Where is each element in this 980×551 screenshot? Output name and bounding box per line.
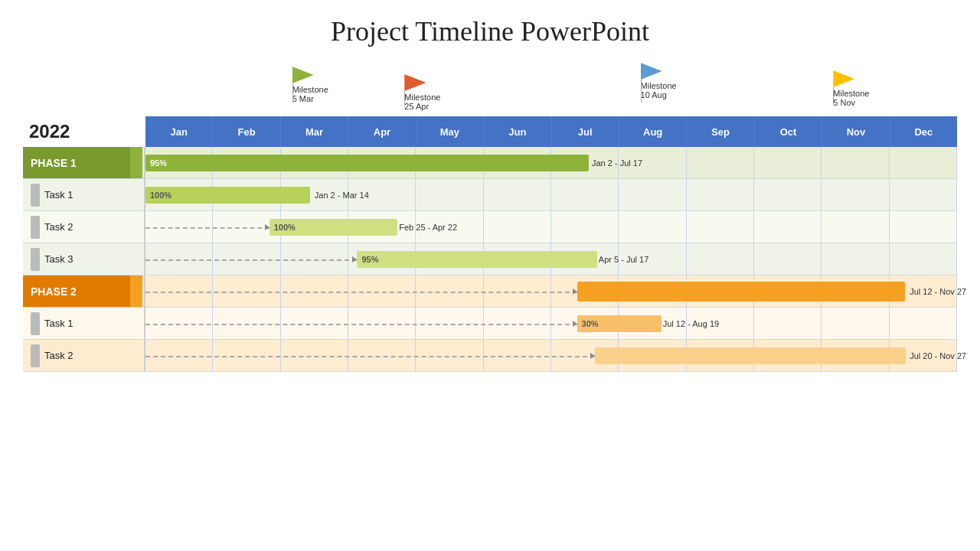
phase2-bar [577, 282, 905, 302]
month-apr: Apr [348, 116, 416, 147]
page-title: Project Timeline PowerPoint [23, 15, 957, 47]
phase1-grid: 95% Jan 2 - Jul 17 [145, 147, 957, 178]
milestone-4: Milestone5 Nov [833, 70, 869, 107]
gc [484, 179, 551, 210]
task1-2-grid: 100% Feb 25 - Apr 22 [145, 211, 957, 243]
month-may: May [416, 116, 484, 147]
phase2-row: PHASE 2 Jul 12 - Nov 27 [23, 276, 957, 308]
phase2-dashed [145, 292, 577, 293]
task2-1-dashed [145, 324, 577, 325]
gc [619, 179, 686, 210]
gc [822, 179, 889, 210]
gc [822, 308, 889, 339]
milestones-row: Milestone5 Mar Milestone25 Apr Milestone… [145, 55, 957, 116]
gc [687, 147, 754, 178]
phase1-pct: 95% [145, 158, 172, 168]
task2-1-label: Task 1 [23, 308, 145, 339]
phase2-date: Jul 12 - Nov 27 [910, 287, 966, 296]
task-icon [31, 184, 40, 207]
task2-2-bar [595, 347, 906, 364]
phase1-bar: 95% [145, 155, 589, 171]
task-icon [31, 344, 40, 367]
task2-2-label: Task 2 [23, 340, 145, 371]
task2-1-grid: 30% Jul 12 - Aug 19 [145, 308, 957, 339]
header-row: 2022 Jan Feb Mar Apr May Jun Jul Aug Sep… [23, 116, 957, 147]
chart-area: Milestone5 Mar Milestone25 Apr Milestone… [23, 55, 957, 536]
task1-1-date: Jan 2 - Mar 14 [315, 191, 369, 200]
month-sep: Sep [687, 116, 754, 147]
month-nov: Nov [822, 116, 890, 147]
task-icon [31, 216, 40, 239]
gc [551, 211, 619, 243]
milestone-4-label: Milestone5 Nov [833, 89, 869, 107]
flag-red-icon [404, 74, 426, 91]
gantt-body: PHASE 1 95% Jan 2 - Jul 17 [23, 147, 957, 536]
gc [890, 211, 957, 243]
gc [822, 147, 889, 178]
phase2-label: PHASE 2 [23, 276, 145, 307]
milestone-1: Milestone5 Mar [292, 67, 328, 103]
task1-1-pct: 100% [145, 191, 176, 200]
gc [484, 211, 551, 243]
phase1-label: PHASE 1 [23, 147, 145, 178]
task1-2-label: Task 2 [23, 211, 145, 243]
month-jan: Jan [145, 116, 213, 147]
task1-2-row: Task 2 100% Feb 25 - Apr 22 [23, 211, 957, 243]
gc [754, 243, 822, 275]
milestone-2-label: Milestone25 Apr [404, 93, 440, 111]
phase1-date: Jan 2 - Jul 17 [592, 158, 642, 168]
task1-3-dashed [145, 259, 357, 261]
task1-1-grid: 100% Jan 2 - Mar 14 [145, 179, 957, 210]
milestone-2: Milestone25 Apr [404, 74, 440, 111]
task1-2-dashed [145, 227, 270, 229]
task2-1-bar: 30% [577, 315, 662, 332]
task2-2-dashed [145, 356, 595, 357]
month-aug: Aug [619, 116, 687, 147]
month-feb: Feb [213, 116, 280, 147]
task1-3-pct: 95% [357, 255, 383, 264]
gc [754, 308, 822, 339]
task1-1-bar: 100% [145, 187, 310, 204]
task2-2-date: Jul 20 - Nov 27 [910, 351, 966, 360]
month-mar: Mar [281, 116, 348, 147]
gc [822, 211, 889, 243]
task1-1-label: Task 1 [23, 179, 145, 210]
task-icon [31, 312, 40, 335]
task2-2-grid: Jul 20 - Nov 27 [145, 340, 957, 371]
task2-1-pct: 30% [577, 319, 603, 328]
task1-3-grid: 95% Apr 5 - Jul 17 [145, 243, 957, 275]
task1-2-bar: 100% [270, 219, 398, 236]
month-jul: Jul [552, 116, 619, 147]
task1-2-pct: 100% [270, 223, 300, 232]
milestone-1-label: Milestone5 Mar [292, 85, 328, 103]
phase2-tag: PHASE 2 [23, 276, 130, 307]
milestone-3-label: Milestone10 Aug [641, 81, 677, 99]
gc [890, 147, 957, 178]
gc [890, 308, 957, 339]
phase1-side [130, 147, 142, 178]
task-icon [31, 248, 40, 271]
task1-3-date: Apr 5 - Jul 17 [599, 255, 648, 264]
gc [890, 179, 957, 210]
task2-2-row: Task 2 Jul 20 - Nov 27 [23, 340, 957, 372]
phase2-side [130, 276, 142, 307]
page: Project Timeline PowerPoint Milestone5 M… [0, 0, 980, 551]
gc [687, 243, 754, 275]
month-dec: Dec [890, 116, 957, 147]
month-jun: Jun [484, 116, 551, 147]
gc [551, 179, 619, 210]
task1-3-row: Task 3 95% Apr 5 - Jul 17 [23, 243, 957, 276]
gc [822, 243, 889, 275]
gc [754, 147, 822, 178]
milestone-3: Milestone10 Aug [641, 63, 677, 99]
task1-3-label: Task 3 [23, 243, 145, 275]
gc [754, 179, 822, 210]
phase1-row: PHASE 1 95% Jan 2 - Jul 17 [23, 147, 957, 179]
task1-3-bar: 95% [357, 251, 597, 268]
gc [890, 243, 957, 275]
gc [619, 211, 686, 243]
flag-blue-icon [641, 63, 662, 80]
phase1-tag: PHASE 1 [23, 147, 130, 178]
task2-1-row: Task 1 30% Jul 12 - Aug 19 [23, 308, 957, 340]
flag-yellow-icon [833, 70, 854, 87]
